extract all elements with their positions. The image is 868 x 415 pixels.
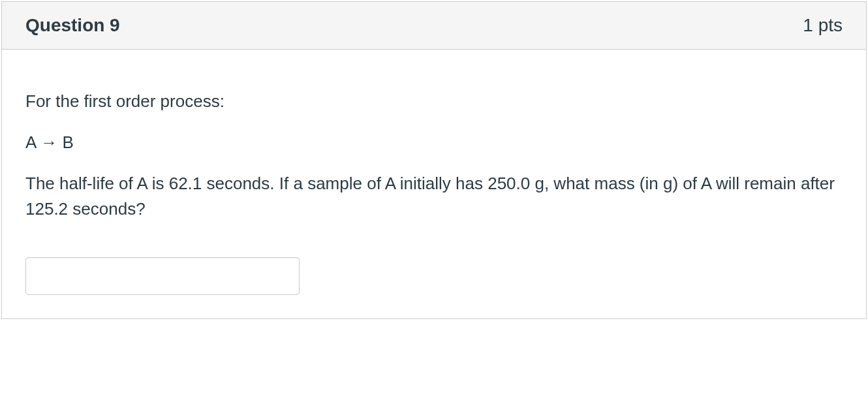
arrow-right-icon: →	[40, 130, 57, 155]
question-text-line1: For the first order process:	[25, 89, 843, 114]
question-reaction: A → B	[25, 130, 843, 155]
question-text-line3: The half-life of A is 62.1 seconds. If a…	[25, 171, 843, 222]
answer-input[interactable]	[25, 257, 300, 295]
question-card: Question 9 1 pts For the first order pro…	[1, 1, 867, 319]
question-title: Question 9	[25, 15, 120, 36]
question-body: For the first order process: A → B The h…	[2, 50, 866, 318]
product-b: B	[62, 132, 73, 152]
reactant-a: A	[25, 132, 36, 152]
question-points: 1 pts	[803, 15, 843, 36]
question-header: Question 9 1 pts	[2, 2, 866, 50]
